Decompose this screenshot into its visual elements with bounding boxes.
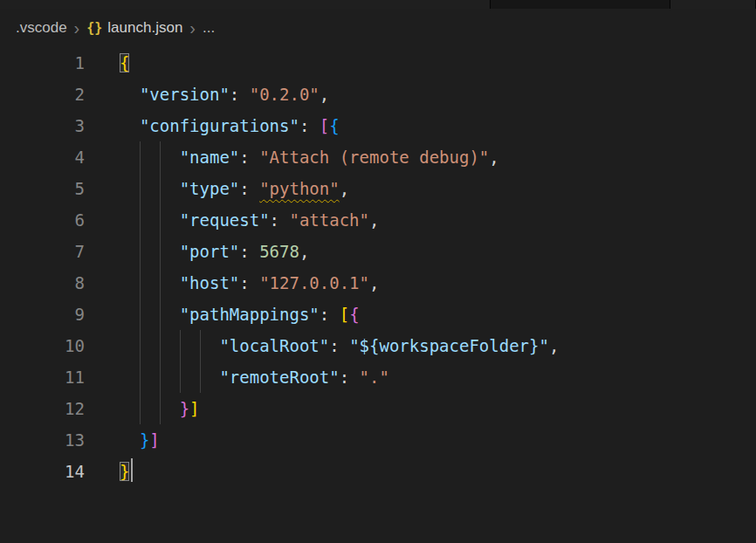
code-token: "request"	[180, 210, 270, 230]
code-text: "localRoot": "${workspaceFolder}",	[120, 330, 559, 361]
line-number[interactable]: 13	[0, 424, 85, 456]
code-line[interactable]: 2 "version": "0.2.0",	[0, 79, 756, 110]
code-token: :	[239, 148, 259, 167]
indent-guide	[140, 173, 141, 204]
code-token	[120, 242, 180, 261]
indent-guide	[140, 267, 141, 299]
code-text: "pathMappings": [{	[120, 299, 360, 330]
breadcrumb-folder[interactable]: .vscode	[16, 19, 67, 37]
code-line[interactable]: 3 "configurations": [{	[0, 110, 756, 141]
code-line[interactable]: 8 "host": "127.0.0.1",	[0, 267, 756, 299]
code-token: "localRoot"	[219, 336, 329, 355]
line-number[interactable]: 5	[0, 173, 85, 204]
code-token: }	[180, 399, 189, 418]
code-token: :	[329, 336, 349, 355]
code-line[interactable]: 13 }]	[0, 424, 756, 456]
chevron-right-icon: ›	[67, 19, 87, 37]
code-token: :	[270, 210, 290, 230]
code-text: }]	[120, 424, 160, 456]
code-token: ,	[340, 179, 349, 198]
code-text: "version": "0.2.0",	[120, 79, 329, 110]
tab-strip	[0, 0, 756, 9]
breadcrumb-file-label: launch.json	[107, 19, 182, 37]
code-token: :	[340, 368, 360, 387]
code-token: ,	[369, 210, 379, 230]
code-token: "port"	[180, 242, 240, 261]
breadcrumb-file[interactable]: {} launch.json	[86, 19, 182, 37]
code-token: [	[320, 116, 329, 135]
line-number[interactable]: 1	[0, 47, 85, 79]
code-text: "port": 5678,	[120, 236, 309, 267]
code-line[interactable]: 4 "name": "Attach (remote debug)",	[0, 141, 756, 173]
breadcrumb-symbol[interactable]: ...	[203, 19, 215, 37]
code-token: "attach"	[289, 210, 369, 230]
code-token: :	[320, 305, 340, 324]
indent-guide	[140, 236, 141, 267]
code-token: "version"	[140, 85, 230, 104]
code-line[interactable]: 6 "request": "attach",	[0, 204, 756, 236]
code-line[interactable]: 7 "port": 5678,	[0, 236, 756, 267]
code-token: ]	[149, 430, 159, 450]
indent-guide	[200, 361, 201, 393]
code-token: "."	[360, 368, 389, 387]
tab-partial[interactable]	[0, 0, 491, 9]
indent-guide	[160, 267, 161, 299]
line-number[interactable]: 7	[0, 236, 85, 267]
code-token: "configurations"	[140, 116, 299, 135]
code-token	[120, 430, 140, 450]
code-text: "name": "Attach (remote debug)",	[120, 141, 499, 173]
code-token: [	[340, 305, 349, 324]
code-text: {	[120, 47, 129, 79]
indent-guide	[160, 173, 161, 204]
line-number[interactable]: 4	[0, 141, 85, 173]
line-number[interactable]: 2	[0, 79, 85, 110]
indent-guide	[140, 361, 141, 393]
code-token: 5678	[259, 242, 299, 261]
code-line[interactable]: 10 "localRoot": "${workspaceFolder}",	[0, 330, 756, 361]
code-token: :	[239, 242, 259, 261]
line-number[interactable]: 8	[0, 267, 85, 299]
code-token: "type"	[180, 179, 240, 198]
code-token	[120, 399, 180, 418]
json-file-icon: {}	[86, 20, 102, 36]
tab-partial[interactable]	[491, 0, 670, 9]
code-line[interactable]: 12 }]	[0, 393, 756, 424]
code-line[interactable]: 11 "remoteRoot": "."	[0, 361, 756, 393]
code-lines: 1{2 "version": "0.2.0",3 "configurations…	[0, 47, 756, 487]
code-text: "host": "127.0.0.1",	[120, 267, 379, 299]
code-token	[120, 273, 180, 292]
indent-guide	[140, 393, 141, 424]
breadcrumb: .vscode › {} launch.json › ...	[0, 9, 756, 47]
line-number[interactable]: 10	[0, 330, 85, 361]
code-token: ,	[320, 85, 329, 104]
code-line[interactable]: 14}	[0, 456, 756, 487]
indent-guide	[200, 330, 201, 361]
code-token: ,	[489, 148, 498, 167]
text-cursor	[131, 458, 133, 482]
code-editor[interactable]: 1{2 "version": "0.2.0",3 "configurations…	[0, 47, 756, 487]
code-token	[120, 305, 180, 324]
code-token: "Attach (remote debug)"	[259, 148, 489, 167]
code-line[interactable]: 9 "pathMappings": [{	[0, 299, 756, 330]
code-token: ,	[299, 242, 309, 261]
code-line[interactable]: 1{	[0, 47, 756, 79]
code-line[interactable]: 5 "type": "python",	[0, 173, 756, 204]
code-token: "${workspaceFolder}"	[349, 336, 549, 355]
code-text: "remoteRoot": "."	[120, 361, 389, 393]
line-number[interactable]: 12	[0, 393, 85, 424]
line-number[interactable]: 3	[0, 110, 85, 141]
code-token: "0.2.0"	[250, 85, 320, 104]
indent-guide	[160, 204, 161, 236]
indent-guide	[140, 330, 141, 361]
indent-guide	[160, 141, 161, 173]
line-number[interactable]: 6	[0, 204, 85, 236]
indent-guide	[160, 361, 161, 393]
tab-partial[interactable]	[670, 0, 756, 9]
line-number[interactable]: 11	[0, 361, 85, 393]
code-text: "configurations": [{	[120, 110, 340, 141]
code-token	[120, 210, 180, 230]
code-token: }	[140, 430, 149, 450]
chevron-right-icon: ›	[182, 19, 203, 37]
line-number[interactable]: 9	[0, 299, 85, 330]
line-number[interactable]: 14	[0, 456, 85, 487]
